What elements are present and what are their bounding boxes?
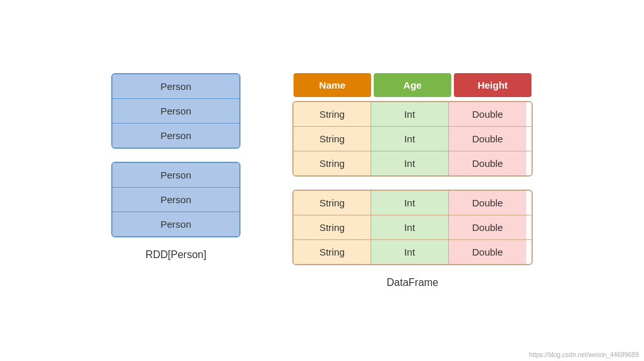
df-cell-string: String [294,127,371,151]
df-row: String Int Double [294,151,531,175]
df-cell-double: Double [449,151,526,175]
rdd-row: Person [113,124,239,148]
df-cell-int: Int [371,127,449,151]
df-row: String Int Double [294,127,531,151]
df-header-name: Name [294,73,371,97]
df-cell-int: Int [371,151,449,175]
df-row: String Int Double [294,191,531,215]
rdd-partition-0: Person Person Person [111,73,241,149]
rdd-row: Person [113,188,239,212]
rdd-row: Person [113,99,239,124]
df-cell-double: Double [449,215,526,239]
df-header-height: Height [454,73,531,97]
df-partition-1: String Int Double String Int Double Stri… [292,190,533,265]
rdd-row: Person [113,74,239,99]
df-cell-double: Double [449,191,526,215]
df-cell-int: Int [371,102,449,126]
df-cell-double: Double [449,102,526,126]
df-partition-0: String Int Double String Int Double Stri… [292,101,533,177]
main-container: Person Person Person Person Person Perso… [0,60,644,301]
df-header: Name Age Height [292,73,533,97]
df-row: String Int Double [294,215,531,240]
df-row: String Int Double [294,240,531,264]
df-cell-string: String [294,191,371,215]
df-cell-string: String [294,151,371,175]
df-inner: Name Age Height String Int Double String… [292,73,533,265]
rdd-label: RDD[Person] [145,249,206,261]
df-cell-string: String [294,102,371,126]
df-section: Name Age Height String Int Double String… [292,73,533,289]
watermark: https://blog.csdn.net/weixin_44699689 [529,351,639,358]
df-label: DataFrame [387,277,438,289]
df-cell-int: Int [371,191,449,215]
df-cell-double: Double [449,127,526,151]
df-header-age: Age [374,73,451,97]
rdd-row: Person [113,212,239,236]
rdd-section: Person Person Person Person Person Perso… [111,73,241,261]
df-cell-double: Double [449,240,526,264]
rdd-row: Person [113,163,239,188]
df-cell-int: Int [371,240,449,264]
df-cell-string: String [294,215,371,239]
rdd-partitions: Person Person Person Person Person Perso… [111,73,241,237]
df-cell-string: String [294,240,371,264]
df-partitions: String Int Double String Int Double Stri… [292,101,533,265]
rdd-partition-1: Person Person Person [111,162,241,237]
df-row: String Int Double [294,102,531,127]
df-cell-int: Int [371,215,449,239]
